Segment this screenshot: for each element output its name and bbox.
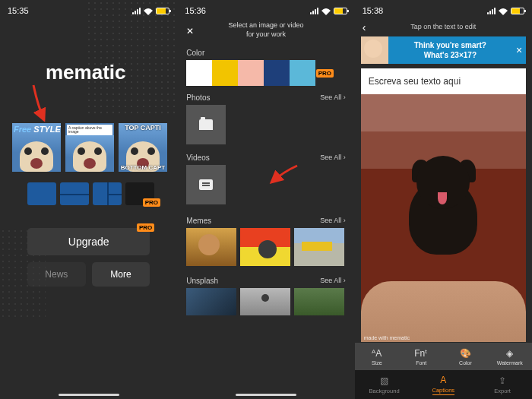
screen-picker: 15:36 ✕ Select an image or video for you… <box>177 0 354 399</box>
status-time: 15:38 <box>363 6 384 15</box>
bottom-tabs: ▧Background ACaptions ⇪Export <box>355 370 532 399</box>
ad-banner[interactable]: Think you're smart?What's 23×17? × <box>361 36 526 64</box>
status-bar: 15:35 <box>0 0 177 21</box>
app-title: mematic <box>46 61 126 84</box>
caption-text-input[interactable]: Escreva seu texto aqui <box>361 68 526 94</box>
status-icons <box>132 8 169 14</box>
color-pro[interactable]: PRO <box>315 60 334 86</box>
tab-export[interactable]: ⇪Export <box>473 370 532 399</box>
home-indicator[interactable] <box>236 394 296 396</box>
meme-thumbnail[interactable] <box>294 228 344 266</box>
tab-captions[interactable]: ACaptions <box>413 370 473 399</box>
template-label: Free STYLE <box>14 125 61 134</box>
screen-home: 15:35 mematic Free STYLE A caption above… <box>0 0 177 399</box>
color-navy[interactable] <box>264 60 290 86</box>
editor-canvas: Escreva seu texto aqui made with mematic <box>361 68 526 342</box>
pro-badge: PRO <box>143 198 160 207</box>
ad-text: Think you're smart?What's 23×17? <box>388 40 512 60</box>
bottom-caption: BOTTOM CAPT <box>119 164 167 171</box>
layout-row: PRO <box>27 182 154 205</box>
photo-content <box>361 281 526 342</box>
layout-split-h[interactable] <box>60 182 89 205</box>
caption-toolbar: ᴬASize FnᵗFont 🎨Color ◈Watermark <box>355 343 532 370</box>
color-white[interactable] <box>186 60 212 86</box>
upgrade-button[interactable]: Upgrade PRO <box>27 228 150 255</box>
editor-photo[interactable]: made with mematic <box>361 94 526 342</box>
signal-icon <box>310 8 318 14</box>
wifi-icon <box>499 8 508 14</box>
signal-icon <box>132 8 141 14</box>
watermark-text: made with mematic <box>364 335 410 340</box>
unsplash-thumbnail[interactable] <box>294 288 344 315</box>
wifi-icon <box>321 8 331 14</box>
picker-header: Select an image or video for your work <box>177 21 354 39</box>
see-all-link[interactable]: See All <box>320 154 346 161</box>
color-yellow[interactable] <box>212 60 238 86</box>
tool-color[interactable]: 🎨Color <box>443 343 487 370</box>
ad-image <box>361 36 388 64</box>
status-time: 15:35 <box>8 6 29 15</box>
color-cyan[interactable] <box>290 60 315 86</box>
tab-background[interactable]: ▧Background <box>355 370 414 399</box>
tool-font[interactable]: FnᵗFont <box>399 343 443 370</box>
photo-picker-button[interactable] <box>186 105 226 144</box>
header-line: for your work <box>177 30 354 40</box>
tool-size[interactable]: ᴬASize <box>355 343 399 370</box>
battery-icon <box>334 8 347 14</box>
video-picker-button[interactable] <box>186 165 226 204</box>
template-freestyle[interactable]: Free STYLE <box>12 123 61 172</box>
see-all-link[interactable]: See All <box>320 93 346 101</box>
ad-close-icon[interactable]: × <box>512 44 526 56</box>
section-photos: PhotosSee All <box>177 89 354 105</box>
tool-watermark[interactable]: ◈Watermark <box>488 343 532 370</box>
caption-box: A caption above the image <box>67 125 112 135</box>
see-all-link[interactable]: See All <box>320 277 346 284</box>
palette-icon: 🎨 <box>460 348 471 359</box>
layout-more[interactable]: PRO <box>125 182 154 205</box>
template-row: Free STYLE A caption above the image TOP… <box>12 123 177 172</box>
watermark-icon: ◈ <box>506 348 513 359</box>
section-color: Color <box>177 44 354 60</box>
picker-body: Color PRO PhotosSee All VideosSee All Me… <box>177 44 354 399</box>
font-icon: Fnᵗ <box>414 348 428 359</box>
status-bar: 15:38 <box>355 0 532 21</box>
section-memes: MemesSee All <box>177 212 354 228</box>
top-caption: TOP CAPTI <box>119 124 167 131</box>
status-icons <box>487 8 524 14</box>
section-unsplash: UnsplashSee All <box>177 272 354 288</box>
template-top-bottom[interactable]: TOP CAPTI BOTTOM CAPT <box>119 123 167 172</box>
image-icon: ▧ <box>380 375 388 386</box>
status-icons <box>310 8 347 14</box>
layout-single[interactable] <box>27 182 56 205</box>
color-pink[interactable] <box>238 60 264 86</box>
signal-icon <box>487 8 496 14</box>
unsplash-thumbnail[interactable] <box>240 288 290 315</box>
upgrade-label: Upgrade <box>68 236 109 248</box>
more-button[interactable]: More <box>92 262 150 287</box>
header-line: Select an image or video <box>177 21 354 30</box>
status-bar: 15:36 <box>177 0 354 21</box>
see-all-link[interactable]: See All <box>320 217 346 224</box>
meme-thumbnail[interactable] <box>186 228 236 266</box>
photo-content <box>394 156 492 270</box>
videos-row <box>177 165 354 204</box>
template-caption-above[interactable]: A caption above the image <box>65 123 114 172</box>
annotation-arrow <box>268 164 299 190</box>
editor-hint: Tap on the text to edit <box>355 23 532 30</box>
export-icon: ⇪ <box>499 375 506 386</box>
home-indicator[interactable] <box>59 394 119 396</box>
wifi-icon <box>144 8 153 14</box>
text-icon: A <box>440 375 446 385</box>
photos-row <box>177 105 354 144</box>
calendar-icon <box>199 179 213 190</box>
section-videos: VideosSee All <box>177 149 354 165</box>
pro-badge: PRO <box>316 69 334 78</box>
battery-icon <box>511 8 524 14</box>
color-row: PRO <box>177 60 354 89</box>
unsplash-row <box>177 288 354 315</box>
unsplash-thumbnail[interactable] <box>186 288 236 315</box>
layout-split-mixed[interactable] <box>93 182 122 205</box>
meme-thumbnail[interactable] <box>240 228 290 266</box>
news-button[interactable]: News <box>27 262 86 287</box>
battery-icon <box>156 8 169 14</box>
